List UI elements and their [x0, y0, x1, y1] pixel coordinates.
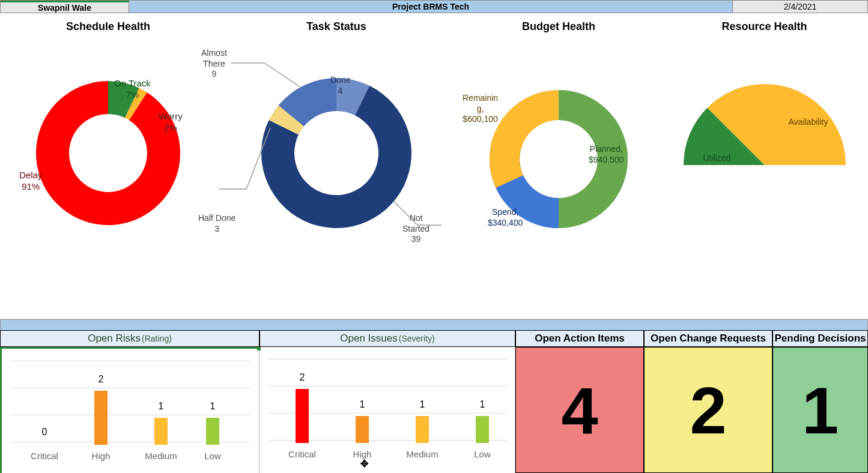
taskstatus-almost-label: Almost There 9 [201, 48, 227, 80]
risks-bar-high [94, 391, 108, 445]
schedule-title: Schedule Health [0, 13, 216, 33]
risks-bar-medium [154, 418, 168, 445]
task-status-panel: Task Status [216, 13, 457, 319]
resource-availability-label: Availability [789, 117, 828, 128]
header-bar: Swapnil Wale Project BRMS Tech 2/4/2021 [0, 0, 868, 13]
resource-title: Resource Health [661, 13, 868, 33]
schedule-donut: Delay 91% On Track 7% Worry 2% [24, 33, 192, 261]
schedule-worry-label: Worry 2% [159, 111, 183, 134]
risks-v0: 0 [26, 427, 62, 438]
top-charts-row: Schedule Health Delay 91% On Track 7% Wo… [0, 13, 868, 319]
pending-header: Pending Decisions [772, 330, 868, 347]
issues-bar-critical [296, 389, 309, 443]
action-items-tile: 4 [515, 347, 644, 473]
taskstatus-done-label: Done 4 [330, 75, 350, 96]
risks-chart: 0 2 1 1 Critical High Medium Low [0, 347, 259, 473]
bottom-body: 0 2 1 1 Critical High Medium Low 2 1 1 1 [0, 347, 868, 473]
schedule-delay-label: Delay 91% [19, 170, 42, 193]
bottom-separator-bar [0, 319, 868, 330]
risks-bar-low [206, 418, 219, 445]
change-requests-tile: 2 [644, 347, 772, 473]
header-user: Swapnil Wale [1, 1, 129, 13]
pending-decisions-tile: 1 [772, 347, 868, 473]
risks-cat-low: Low [189, 451, 237, 461]
issues-cat-medium: Medium [398, 449, 446, 459]
schedule-ontrack-label: On Track 7% [114, 78, 151, 101]
budget-planned-label: Planned, $940,500 [589, 144, 624, 165]
taskstatus-notstarted-label: Not Started 39 [402, 213, 429, 245]
resource-health-panel: Resource Health Utilized Availability [661, 13, 868, 319]
issues-chart: 2 1 1 1 Critical High Medium Low ✥ [259, 347, 515, 473]
issues-bar-low [476, 416, 489, 443]
svg-line-0 [264, 63, 300, 87]
budget-remaining-label: Remainin g, $600,100 [463, 93, 498, 125]
resource-utilized-label: Utilized [703, 153, 731, 164]
issues-bar-medium [416, 416, 429, 443]
issues-v0: 2 [284, 372, 320, 383]
risks-v2: 1 [143, 401, 179, 412]
change-header: Open Change Requests [644, 330, 772, 347]
header-date: 2/4/2021 [733, 1, 867, 13]
taskstatus-halfdone-label: Half Done 3 [198, 213, 235, 234]
budget-spend-label: Spend, $340,400 [488, 207, 523, 228]
issues-cat-low: Low [458, 449, 506, 459]
issues-v2: 1 [404, 399, 440, 410]
risks-v3: 1 [195, 401, 231, 412]
issues-v1: 1 [344, 399, 380, 410]
taskstatus-donut: Almost There 9 Done 4 Half Done 3 Not St… [216, 27, 457, 291]
header-project: Project BRMS Tech [129, 1, 733, 13]
budget-title: Budget Health [457, 13, 661, 33]
issues-header: Open Issues (Severity) [259, 330, 515, 347]
budget-health-panel: Budget Health Remainin g, $600,100 Plann… [457, 13, 661, 319]
budget-donut: Remainin g, $600,100 Planned, $940,500 S… [469, 33, 649, 273]
cursor-cross-icon: ✥ [360, 458, 368, 469]
risks-header: Open Risks (Rating) [0, 330, 259, 347]
risks-cat-medium: Medium [137, 451, 185, 461]
issues-cat-critical: Critical [278, 449, 326, 459]
schedule-health-panel: Schedule Health Delay 91% On Track 7% Wo… [0, 13, 216, 319]
risks-cat-critical: Critical [20, 451, 68, 461]
risks-cat-high: High [77, 451, 125, 461]
resource-semi: Utilized Availability [675, 51, 855, 207]
risks-v1: 2 [83, 374, 119, 385]
issues-bar-high [356, 416, 369, 443]
bottom-headers: Open Risks (Rating) Open Issues (Severit… [0, 330, 868, 347]
action-header: Open Action Items [515, 330, 644, 347]
issues-v3: 1 [464, 399, 500, 410]
